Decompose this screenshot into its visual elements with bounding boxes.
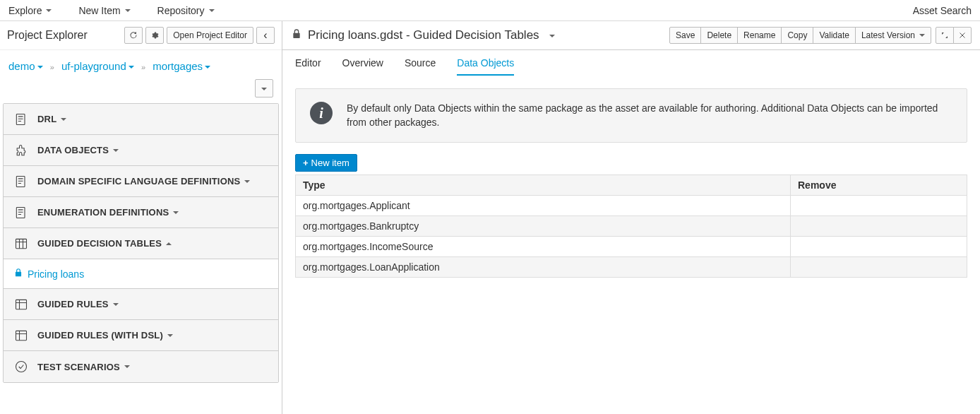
delete-button[interactable]: Delete (700, 27, 738, 44)
refresh-icon (129, 31, 138, 40)
file-pricing-loans[interactable]: Pricing loans (13, 268, 84, 280)
menu-explore[interactable]: Explore (8, 5, 52, 16)
collapse-sidebar-button[interactable] (256, 27, 275, 44)
table-row: org.mortgages.IncomeSource (296, 237, 967, 257)
accordion-body-gdt: Pricing loans (4, 259, 278, 289)
file-label: Pricing loans (28, 268, 84, 280)
new-item-label: New item (311, 158, 349, 168)
accordion-label: DOMAIN SPECIFIC LANGUAGE DEFINITIONS (37, 176, 240, 187)
col-remove-header: Remove (791, 175, 967, 196)
window-button-group (936, 27, 972, 44)
remove-cell[interactable] (791, 237, 967, 257)
tab-editor[interactable]: Editor (295, 57, 321, 76)
svg-rect-4 (16, 300, 27, 309)
menu-repository[interactable]: Repository (157, 5, 215, 16)
editor-tabs: Editor Overview Source Data Objects (282, 50, 980, 76)
top-menubar: Explore New Item Repository Asset Search (0, 0, 980, 21)
asset-accordion: DRL DATA OBJECTS DOMAIN SPECIFIC LANGUAG… (3, 103, 279, 383)
accordion-test-scenarios[interactable]: TEST SCENARIOS (4, 351, 278, 382)
content-title: Pricing loans.gdst - Guided Decision Tab… (291, 28, 555, 43)
accordion-label: DATA OBJECTS (37, 145, 109, 155)
file-icon (13, 205, 29, 220)
lock-icon (13, 268, 23, 280)
type-cell: org.mortgages.LoanApplication (296, 257, 791, 278)
tab-data-objects[interactable]: Data Objects (457, 57, 514, 76)
info-text: By default only Data Objects within the … (347, 102, 952, 129)
gear-icon (150, 31, 159, 40)
svg-rect-5 (16, 331, 27, 340)
accordion-guided-rules[interactable]: GUIDED RULES (4, 289, 278, 320)
plus-icon: + (303, 158, 309, 168)
file-icon (13, 174, 29, 189)
remove-cell[interactable] (791, 196, 967, 216)
remove-cell[interactable] (791, 216, 967, 237)
breadcrumb-dropdown-button[interactable] (255, 79, 273, 97)
table-row: org.mortgages.Applicant (296, 196, 967, 216)
content-header: Pricing loans.gdst - Guided Decision Tab… (282, 21, 980, 50)
breadcrumb-sep-icon: » (141, 63, 145, 71)
table-icon (13, 236, 29, 252)
check-icon (13, 359, 29, 374)
accordion-dsl[interactable]: DOMAIN SPECIFIC LANGUAGE DEFINITIONS (4, 166, 278, 197)
svg-rect-3 (16, 239, 27, 248)
settings-button[interactable] (145, 27, 164, 44)
copy-button[interactable]: Copy (781, 27, 813, 44)
accordion-label: GUIDED DECISION TABLES (37, 238, 162, 249)
breadcrumb: demo » uf-playground » mortgages (0, 50, 282, 76)
rename-button[interactable]: Rename (737, 27, 782, 44)
accordion-label: TEST SCENARIOS (37, 362, 120, 372)
title-dropdown[interactable] (545, 28, 555, 42)
svg-rect-1 (16, 176, 25, 187)
accordion-label: ENUMERATION DEFINITIONS (37, 207, 169, 218)
new-item-button[interactable]: + New item (295, 154, 357, 172)
chevron-left-icon (263, 30, 267, 41)
svg-point-6 (16, 362, 27, 372)
accordion-label: GUIDED RULES (37, 299, 109, 309)
file-icon (13, 112, 29, 127)
type-cell: org.mortgages.IncomeSource (296, 237, 791, 257)
chevron-down-icon (261, 83, 267, 94)
breadcrumb-demo[interactable]: demo (8, 60, 43, 72)
puzzle-icon (13, 143, 29, 158)
accordion-guided-decision-tables[interactable]: GUIDED DECISION TABLES (4, 228, 278, 259)
tab-overview[interactable]: Overview (342, 57, 383, 76)
info-icon: i (310, 102, 333, 124)
breadcrumb-mortgages[interactable]: mortgages (153, 60, 210, 72)
validate-button[interactable]: Validate (813, 27, 855, 44)
accordion-data-objects[interactable]: DATA OBJECTS (4, 135, 278, 166)
lock-icon (291, 28, 302, 43)
expand-button[interactable] (936, 27, 954, 44)
remove-cell[interactable] (791, 257, 967, 278)
info-alert: i By default only Data Objects within th… (295, 88, 967, 143)
project-explorer-sidebar: Project Explorer Open Project Editor dem… (0, 21, 282, 414)
save-button[interactable]: Save (669, 27, 701, 44)
content-title-text: Pricing loans.gdst - Guided Decision Tab… (308, 28, 539, 42)
accordion-label: GUIDED RULES (WITH DSL) (37, 330, 163, 341)
type-cell: org.mortgages.Bankruptcy (296, 216, 791, 237)
svg-rect-0 (16, 114, 25, 124)
type-cell: org.mortgages.Applicant (296, 196, 791, 216)
menu-new-item[interactable]: New Item (78, 5, 130, 16)
data-objects-table: Type Remove org.mortgages.Applicantorg.m… (295, 175, 967, 278)
accordion-drl[interactable]: DRL (4, 104, 278, 135)
col-type-header: Type (296, 175, 791, 196)
sidebar-header: Project Explorer Open Project Editor (0, 21, 282, 50)
close-button[interactable] (953, 27, 972, 44)
latest-version-dropdown[interactable]: Latest Version (855, 27, 931, 44)
table-icon (13, 328, 29, 343)
expand-icon (940, 31, 949, 40)
table-icon (13, 297, 29, 312)
table-row: org.mortgages.Bankruptcy (296, 216, 967, 237)
sidebar-title: Project Explorer (7, 29, 121, 42)
table-row: org.mortgages.LoanApplication (296, 257, 967, 278)
accordion-guided-rules-dsl[interactable]: GUIDED RULES (WITH DSL) (4, 320, 278, 351)
breadcrumb-sep-icon: » (50, 63, 54, 71)
asset-search-link[interactable]: Asset Search (913, 5, 972, 16)
tab-source[interactable]: Source (405, 57, 436, 76)
refresh-button[interactable] (124, 27, 143, 44)
accordion-enum[interactable]: ENUMERATION DEFINITIONS (4, 197, 278, 228)
accordion-label: DRL (37, 114, 56, 124)
open-project-editor-button[interactable]: Open Project Editor (167, 27, 253, 44)
close-icon (958, 31, 967, 40)
breadcrumb-uf-playground[interactable]: uf-playground (61, 60, 134, 72)
